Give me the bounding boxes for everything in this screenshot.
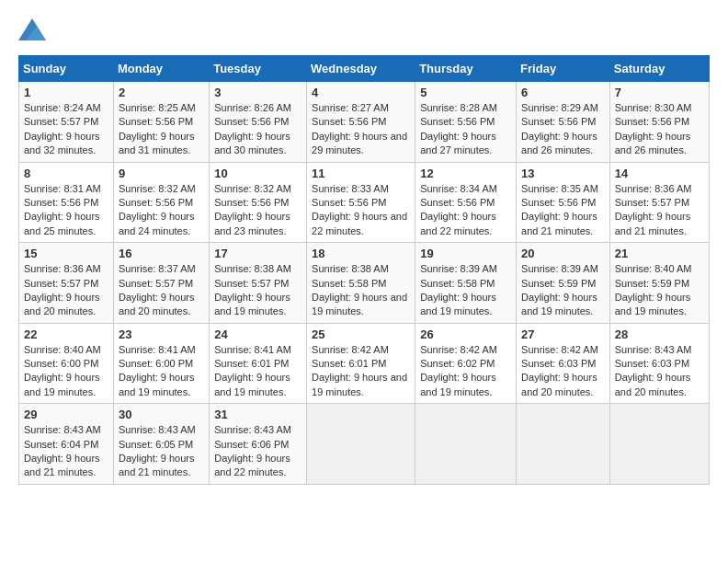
calendar-week-3: 15 Sunrise: 8:36 AMSunset: 5:57 PMDaylig… (19, 243, 710, 324)
page-header (18, 18, 710, 40)
day-header-friday: Friday (517, 56, 610, 82)
calendar-week-4: 22 Sunrise: 8:40 AMSunset: 6:00 PMDaylig… (19, 323, 710, 404)
calendar-week-2: 8 Sunrise: 8:31 AMSunset: 5:56 PMDayligh… (19, 162, 710, 243)
day-info: Sunrise: 8:39 AMSunset: 5:59 PMDaylight:… (521, 262, 605, 319)
day-number: 18 (312, 247, 410, 260)
day-info: Sunrise: 8:40 AMSunset: 6:00 PMDaylight:… (24, 343, 108, 400)
calendar-week-5: 29 Sunrise: 8:43 AMSunset: 6:04 PMDaylig… (19, 404, 710, 485)
day-number: 2 (119, 86, 204, 99)
day-number: 20 (521, 247, 605, 260)
day-number: 27 (521, 327, 605, 341)
day-number: 5 (420, 86, 511, 99)
day-header-wednesday: Wednesday (307, 56, 415, 82)
day-number: 17 (214, 247, 301, 260)
calendar-cell: 24 Sunrise: 8:41 AMSunset: 6:01 PMDaylig… (210, 323, 307, 404)
day-info: Sunrise: 8:24 AMSunset: 5:57 PMDaylight:… (24, 101, 108, 158)
day-info: Sunrise: 8:36 AMSunset: 5:57 PMDaylight:… (24, 262, 108, 319)
day-info: Sunrise: 8:28 AMSunset: 5:56 PMDaylight:… (420, 101, 511, 158)
calendar-cell: 19 Sunrise: 8:39 AMSunset: 5:58 PMDaylig… (415, 243, 517, 324)
header-row: SundayMondayTuesdayWednesdayThursdayFrid… (19, 56, 710, 82)
day-number: 23 (119, 327, 204, 341)
day-number: 14 (615, 167, 704, 180)
day-number: 7 (615, 86, 704, 99)
calendar-cell: 10 Sunrise: 8:32 AMSunset: 5:56 PMDaylig… (210, 162, 307, 243)
day-info: Sunrise: 8:25 AMSunset: 5:56 PMDaylight:… (119, 101, 204, 158)
day-number: 29 (24, 408, 108, 421)
day-info: Sunrise: 8:29 AMSunset: 5:56 PMDaylight:… (521, 101, 605, 158)
day-info: Sunrise: 8:37 AMSunset: 5:57 PMDaylight:… (119, 262, 204, 319)
day-info: Sunrise: 8:40 AMSunset: 5:59 PMDaylight:… (615, 262, 704, 319)
day-info: Sunrise: 8:41 AMSunset: 6:01 PMDaylight:… (214, 343, 301, 400)
day-header-saturday: Saturday (609, 56, 709, 82)
calendar-cell (517, 404, 610, 485)
calendar-cell: 14 Sunrise: 8:36 AMSunset: 5:57 PMDaylig… (609, 162, 709, 243)
day-info: Sunrise: 8:43 AMSunset: 6:04 PMDaylight:… (24, 423, 108, 480)
calendar-cell: 4 Sunrise: 8:27 AMSunset: 5:56 PMDayligh… (307, 82, 415, 163)
day-number: 15 (24, 247, 108, 260)
day-number: 10 (214, 167, 301, 180)
day-info: Sunrise: 8:38 AMSunset: 5:57 PMDaylight:… (214, 262, 301, 319)
calendar-cell: 25 Sunrise: 8:42 AMSunset: 6:01 PMDaylig… (307, 323, 415, 404)
calendar-cell: 12 Sunrise: 8:34 AMSunset: 5:56 PMDaylig… (415, 162, 517, 243)
day-number: 6 (521, 86, 605, 99)
day-info: Sunrise: 8:38 AMSunset: 5:58 PMDaylight:… (312, 262, 410, 319)
day-info: Sunrise: 8:27 AMSunset: 5:56 PMDaylight:… (312, 101, 410, 158)
calendar-cell: 16 Sunrise: 8:37 AMSunset: 5:57 PMDaylig… (113, 243, 209, 324)
day-number: 9 (119, 167, 204, 180)
calendar-cell: 26 Sunrise: 8:42 AMSunset: 6:02 PMDaylig… (415, 323, 517, 404)
day-info: Sunrise: 8:35 AMSunset: 5:56 PMDaylight:… (521, 182, 605, 239)
day-number: 16 (119, 247, 204, 260)
day-number: 28 (615, 327, 704, 341)
day-info: Sunrise: 8:30 AMSunset: 5:56 PMDaylight:… (615, 101, 704, 158)
calendar-cell: 28 Sunrise: 8:43 AMSunset: 6:03 PMDaylig… (609, 323, 709, 404)
calendar-cell: 13 Sunrise: 8:35 AMSunset: 5:56 PMDaylig… (517, 162, 610, 243)
day-info: Sunrise: 8:43 AMSunset: 6:06 PMDaylight:… (214, 423, 301, 480)
day-number: 30 (119, 408, 204, 421)
day-number: 22 (24, 327, 108, 341)
calendar-cell: 15 Sunrise: 8:36 AMSunset: 5:57 PMDaylig… (19, 243, 114, 324)
calendar-cell: 23 Sunrise: 8:41 AMSunset: 6:00 PMDaylig… (113, 323, 209, 404)
day-number: 3 (214, 86, 301, 99)
day-header-thursday: Thursday (415, 56, 517, 82)
calendar-cell: 8 Sunrise: 8:31 AMSunset: 5:56 PMDayligh… (19, 162, 114, 243)
day-number: 4 (312, 86, 410, 99)
day-number: 11 (312, 167, 410, 180)
day-header-monday: Monday (113, 56, 209, 82)
calendar-cell: 31 Sunrise: 8:43 AMSunset: 6:06 PMDaylig… (210, 404, 307, 485)
day-info: Sunrise: 8:34 AMSunset: 5:56 PMDaylight:… (420, 182, 511, 239)
calendar-cell: 27 Sunrise: 8:42 AMSunset: 6:03 PMDaylig… (517, 323, 610, 404)
day-number: 13 (521, 167, 605, 180)
calendar-cell: 17 Sunrise: 8:38 AMSunset: 5:57 PMDaylig… (210, 243, 307, 324)
logo (18, 18, 51, 40)
day-info: Sunrise: 8:42 AMSunset: 6:03 PMDaylight:… (521, 343, 605, 400)
day-number: 1 (24, 86, 108, 99)
logo-icon (18, 18, 46, 40)
day-number: 26 (420, 327, 511, 341)
day-info: Sunrise: 8:26 AMSunset: 5:56 PMDaylight:… (214, 101, 301, 158)
calendar-cell (307, 404, 415, 485)
calendar-cell: 1 Sunrise: 8:24 AMSunset: 5:57 PMDayligh… (19, 82, 114, 163)
calendar-cell: 6 Sunrise: 8:29 AMSunset: 5:56 PMDayligh… (517, 82, 610, 163)
day-info: Sunrise: 8:31 AMSunset: 5:56 PMDaylight:… (24, 182, 108, 239)
day-info: Sunrise: 8:33 AMSunset: 5:56 PMDaylight:… (312, 182, 410, 239)
calendar-cell: 2 Sunrise: 8:25 AMSunset: 5:56 PMDayligh… (113, 82, 209, 163)
day-number: 21 (615, 247, 704, 260)
day-number: 12 (420, 167, 511, 180)
calendar-week-1: 1 Sunrise: 8:24 AMSunset: 5:57 PMDayligh… (19, 82, 710, 163)
day-info: Sunrise: 8:42 AMSunset: 6:02 PMDaylight:… (420, 343, 511, 400)
day-header-sunday: Sunday (19, 56, 114, 82)
calendar-cell: 20 Sunrise: 8:39 AMSunset: 5:59 PMDaylig… (517, 243, 610, 324)
day-info: Sunrise: 8:36 AMSunset: 5:57 PMDaylight:… (615, 182, 704, 239)
day-header-tuesday: Tuesday (210, 56, 307, 82)
day-number: 19 (420, 247, 511, 260)
calendar-cell (415, 404, 517, 485)
day-info: Sunrise: 8:39 AMSunset: 5:58 PMDaylight:… (420, 262, 511, 319)
day-info: Sunrise: 8:43 AMSunset: 6:03 PMDaylight:… (615, 343, 704, 400)
calendar-cell: 22 Sunrise: 8:40 AMSunset: 6:00 PMDaylig… (19, 323, 114, 404)
calendar-cell: 7 Sunrise: 8:30 AMSunset: 5:56 PMDayligh… (609, 82, 709, 163)
day-info: Sunrise: 8:42 AMSunset: 6:01 PMDaylight:… (312, 343, 410, 400)
calendar-cell: 30 Sunrise: 8:43 AMSunset: 6:05 PMDaylig… (113, 404, 209, 485)
calendar-cell: 29 Sunrise: 8:43 AMSunset: 6:04 PMDaylig… (19, 404, 114, 485)
day-number: 24 (214, 327, 301, 341)
calendar-cell (609, 404, 709, 485)
